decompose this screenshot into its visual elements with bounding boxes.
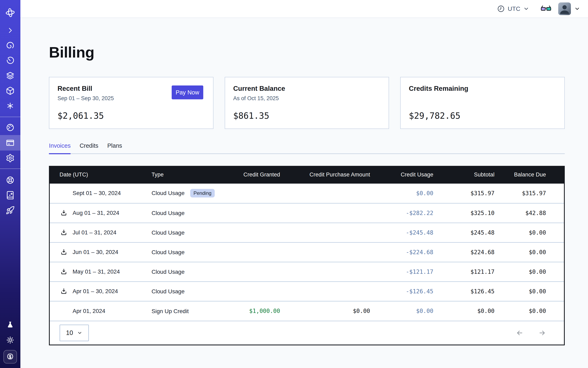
credit-granted-value: $1,000.00 [233,301,280,321]
tab-invoices[interactable]: Invoices [49,142,71,154]
invoice-type: Cloud Usage [152,230,184,236]
sidebar-divider [0,117,20,117]
content: Billing Recent Bill Sep 01 – Sep 30, 202… [20,18,588,368]
balance-due-value: $42.88 [494,203,564,223]
balance-due-value: $0.00 [494,282,564,301]
tab-credits[interactable]: Credits [80,142,98,154]
3d-glasses-button[interactable] [541,5,551,13]
account-menu[interactable] [558,2,580,15]
spiral-icon [6,41,15,50]
3d-glasses-icon [541,5,551,13]
credits-remaining-amount: $29,782.65 [409,111,460,121]
chevron-down-icon [574,6,580,12]
credit-purchase-amount-value [280,282,370,301]
current-balance-card: Current Balance As of Oct 15, 2025 $861.… [225,77,389,129]
timezone-selector[interactable]: UTC [497,5,529,13]
subtotal-value: $0.00 [433,301,494,321]
credit-usage-value: -$121.17 [370,262,433,282]
sidebar-item-theme[interactable] [0,332,20,348]
sidebar-item-getting-started[interactable] [0,203,20,218]
current-balance-amount: $861.35 [233,111,269,121]
invoice-type: Cloud Usage [152,190,184,196]
download-invoice-button[interactable] [60,288,68,295]
download-invoice-button[interactable] [60,229,68,236]
sidebar-item-labs[interactable] [0,317,20,332]
credit-purchase-amount-value [280,184,370,203]
timezone-label: UTC [508,5,520,12]
invoice-row: Jul 01 – 31, 2024 Cloud Usage -$245.48 $… [50,223,564,242]
card-title: Credits Remaining [409,85,556,92]
invoice-row: Sept 01 – 30, 2024 Cloud Usage Pending $… [50,184,564,203]
download-icon [60,268,68,275]
invoice-type: Sign Up Credit [152,308,189,314]
credit-granted-value [233,184,280,203]
chevron-down-icon [523,6,529,12]
rocket-icon [6,206,15,215]
credit-usage-value: $0.00 [370,184,433,203]
subtotal-value: $126.45 [433,282,494,301]
balance-as-of-date: As of Oct 15, 2025 [233,95,381,101]
sidebar-item-support[interactable] [0,173,20,188]
arrow-left-icon [516,329,524,337]
pay-now-button[interactable]: Pay Now [172,85,203,99]
subtotal-value: $245.48 [433,223,494,242]
page-size-select[interactable]: 10 [60,324,89,341]
settings-gear-icon [6,154,15,163]
invoice-rows: Sept 01 – 30, 2024 Cloud Usage Pending $… [50,184,564,321]
credit-purchase-amount-value [280,203,370,223]
download-icon [60,249,68,256]
sidebar-item-docs[interactable] [0,188,20,203]
sidebar-item-asterisk[interactable] [0,98,20,113]
sidebar-item-credits[interactable] [3,350,17,364]
invoice-row: Aug 01 – 31, 2024 Cloud Usage -$282.22 $… [50,203,564,223]
main-area: UTC Bill [20,0,588,368]
dollar-badge-icon [6,352,15,361]
invoice-date: Jun 01 – 30, 2024 [72,249,118,255]
sidebar-item-services[interactable] [0,38,20,53]
sidebar-item-cube[interactable] [0,83,20,98]
invoice-type: Cloud Usage [152,269,184,275]
page-title: Billing [49,44,565,61]
invoice-type: Cloud Usage [152,210,184,216]
credit-purchase-amount-value [280,262,370,282]
download-invoice-button[interactable] [60,268,68,275]
credit-purchase-amount-value [280,223,370,242]
sidebar-logo[interactable] [0,2,20,23]
credit-usage-value: -$126.45 [370,282,433,301]
credit-purchase-amount-value: $0.00 [280,301,370,321]
sidebar-item-billing[interactable] [0,135,20,151]
invoice-date: Apr 01 – 30, 2024 [72,288,118,294]
column-date: Date (UTC) [50,166,152,184]
sidebar-divider [0,168,20,169]
billing-card-icon [6,138,15,147]
column-subtotal: Subtotal [433,166,494,184]
download-icon [60,210,68,216]
sidebar-item-history[interactable] [0,53,20,68]
download-invoice-button[interactable] [60,209,68,217]
life-buoy-icon [6,176,15,185]
invoice-row: May 01 – 31, 2024 Cloud Usage -$121.17 $… [50,262,564,282]
sidebar-item-layers[interactable] [0,68,20,83]
download-icon [60,229,68,236]
tab-plans[interactable]: Plans [107,142,122,154]
credit-granted-value [233,282,280,301]
credit-usage-value: -$282.22 [370,203,433,223]
sidebar-spacer [0,218,20,317]
sidebar-item-usage[interactable] [0,120,20,135]
download-invoice-button[interactable] [60,248,68,256]
sidebar [0,0,20,368]
next-page-button[interactable] [538,329,546,337]
subtotal-value: $325.10 [433,203,494,223]
prev-page-button[interactable] [516,329,524,337]
orbit-logo-icon [5,7,16,18]
balance-due-value: $315.97 [494,184,564,203]
pagination-bar: 10 [50,321,564,345]
sidebar-item-expand[interactable] [0,23,20,38]
layers-icon [6,71,15,80]
subtotal-value: $315.97 [433,184,494,203]
gauge-icon [6,123,15,132]
table-header: Date (UTC) Type Credit Granted Credit Pu… [50,166,564,184]
sidebar-item-settings[interactable] [0,151,20,166]
credit-granted-value [233,262,280,282]
recent-bill-card: Recent Bill Sep 01 – Sep 30, 2025 $2,061… [49,77,213,129]
